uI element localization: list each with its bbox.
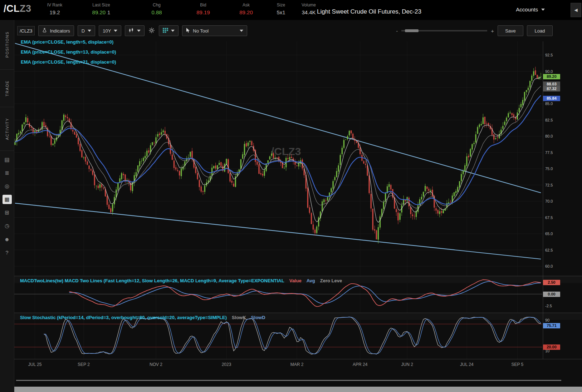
time-axis-label: MAR 2 bbox=[290, 362, 304, 367]
chart-area: /CLZ392.590.087.585.082.580.077.575.072.… bbox=[14, 20, 582, 392]
price-tick-label: 60.0 bbox=[545, 264, 553, 268]
markets-icon[interactable]: ▤ bbox=[3, 155, 12, 164]
load-button[interactable]: Load bbox=[527, 25, 553, 36]
timeframe-dropdown[interactable]: D bbox=[78, 25, 95, 36]
iv-rank-value: 19.2 bbox=[49, 9, 60, 15]
ask-field: Ask 89.20 bbox=[225, 3, 268, 15]
tools-icon[interactable]: ⊞ bbox=[3, 208, 12, 217]
chg-field: Chg 0.88 bbox=[132, 3, 182, 15]
price-tick-label: 82.5 bbox=[545, 118, 553, 122]
ema13-study-label[interactable]: EMA (price=CLOSE, length=13, displace=0) bbox=[21, 49, 116, 55]
indicators-button[interactable]: Indicators bbox=[38, 25, 74, 36]
community-icon[interactable]: ☻ bbox=[3, 234, 12, 244]
price-tick-label: 65.0 bbox=[545, 232, 553, 236]
symbol-title: /CLZ3 bbox=[4, 3, 31, 14]
stoch-tick-label: 10 bbox=[545, 349, 549, 353]
size-field: Size 5x1 bbox=[268, 3, 294, 15]
ema5-study-label[interactable]: EMA (price=CLOSE, length=5, displace=0) bbox=[21, 39, 113, 45]
last-size-field: Last Size 89.201 bbox=[71, 3, 132, 15]
trendline[interactable] bbox=[15, 203, 541, 259]
chart-watermark: /CLZ3 bbox=[271, 145, 301, 157]
zoom-out-button[interactable]: - bbox=[396, 28, 398, 34]
price-tick-label: 70.0 bbox=[545, 199, 553, 203]
price-tick-label: 67.5 bbox=[545, 215, 553, 220]
last-price-value: 89.20 bbox=[92, 9, 106, 15]
zoom-slider-thumb[interactable] bbox=[405, 29, 419, 32]
gear-icon bbox=[149, 28, 155, 34]
size-value: 5x1 bbox=[277, 9, 285, 15]
time-axis-label: JUN 2 bbox=[401, 362, 414, 367]
price-tick-label: 62.5 bbox=[545, 248, 553, 252]
symbol-input[interactable]: /CLZ3 bbox=[17, 26, 35, 35]
accounts-menu[interactable]: Accounts bbox=[516, 6, 545, 13]
header: /CLZ3 IV Rank 19.2 Last Size 89.201 Chg … bbox=[0, 0, 582, 20]
range-value: 10Y bbox=[103, 28, 111, 34]
quote-fields: IV Rank 19.2 Last Size 89.201 Chg 0.88 B… bbox=[39, 3, 323, 15]
help-icon[interactable]: ? bbox=[3, 248, 12, 257]
cursor-icon bbox=[186, 28, 190, 34]
last-size-value: 1 bbox=[107, 9, 110, 15]
contract-title: Light Sweet Crude Oil Futures, Dec-23 bbox=[317, 8, 421, 15]
indicators-label: Indicators bbox=[50, 28, 70, 34]
sidebar-icons: ▤ ≣ ◎ ▦ ⊞ ◷ ☻ ? bbox=[0, 155, 14, 257]
price-tick-label: 72.5 bbox=[545, 183, 553, 187]
trendline[interactable] bbox=[15, 43, 541, 193]
drawing-tool-dropdown[interactable]: No Tool bbox=[182, 25, 247, 36]
chevron-down-icon bbox=[88, 30, 91, 32]
chart-canvas[interactable]: /CLZ392.590.087.585.082.580.077.575.072.… bbox=[14, 20, 582, 392]
chevron-down-icon bbox=[240, 30, 243, 32]
bid-value: 89.19 bbox=[196, 9, 210, 15]
pattern-dropdown[interactable] bbox=[159, 25, 178, 36]
last-size-label: Last Size bbox=[92, 3, 110, 9]
charts-icon[interactable]: ▦ bbox=[3, 195, 12, 204]
pattern-grid-icon bbox=[163, 28, 168, 34]
size-label: Size bbox=[277, 3, 285, 9]
price-tick-label: 90.0 bbox=[545, 69, 553, 74]
scan-icon[interactable]: ◎ bbox=[3, 182, 12, 191]
price-tick-label: 92.5 bbox=[545, 53, 553, 57]
collapse-panel-button[interactable]: ◀ bbox=[571, 3, 581, 17]
sidebar-tab-activity[interactable]: ACTIVITY bbox=[0, 107, 14, 151]
chevron-down-icon bbox=[114, 30, 117, 32]
save-button[interactable]: Save bbox=[498, 25, 523, 36]
zoom-controls: - + bbox=[396, 28, 494, 34]
left-sidebar: POSITIONS TRADE ACTIVITY ▤ ≣ ◎ ▦ ⊞ ◷ ☻ ? bbox=[0, 20, 14, 392]
zoom-in-button[interactable]: + bbox=[491, 28, 494, 34]
time-axis-label: SEP 2 bbox=[78, 362, 90, 367]
price-tick-label: 87.5 bbox=[545, 85, 553, 90]
sidebar-tab-positions[interactable]: POSITIONS bbox=[0, 20, 14, 70]
chart-type-dropdown[interactable] bbox=[125, 25, 145, 36]
time-axis-label: APR 24 bbox=[353, 362, 368, 367]
stoch-tick-label: 90 bbox=[545, 318, 549, 322]
macd-study-label-row[interactable]: MACDTwoLines(tw) MACD Two Lines (Fast Le… bbox=[20, 278, 342, 283]
settings-button[interactable] bbox=[148, 25, 155, 36]
timeframe-value: D bbox=[82, 28, 85, 34]
sidebar-tab-activity-label: ACTIVITY bbox=[5, 118, 9, 140]
horizontal-scrollbar[interactable] bbox=[14, 387, 582, 392]
price-tick-label: 75.0 bbox=[545, 167, 553, 171]
sidebar-tab-trade-label: TRADE bbox=[5, 80, 9, 96]
ema21-study-label[interactable]: EMA (price=CLOSE, length=21, displace=0) bbox=[21, 59, 116, 65]
chg-value: 0.88 bbox=[151, 9, 162, 15]
time-axis-label: JUL 24 bbox=[460, 362, 474, 367]
macd-legend-value: Value bbox=[289, 278, 302, 283]
chart-toolbar: /CLZ3 Indicators D 10Y bbox=[17, 25, 582, 36]
iv-rank-label: IV Rank bbox=[47, 3, 63, 9]
history-icon[interactable]: ◷ bbox=[3, 221, 12, 230]
stoch-study-label-row[interactable]: Slow Stochastic (kPeriod=14, dPeriod=3, … bbox=[20, 315, 265, 320]
macd-legend-zero: Zero Leve bbox=[320, 278, 342, 283]
stoch-study-label: Slow Stochastic (kPeriod=14, dPeriod=3, … bbox=[20, 315, 227, 320]
price-tick-label: 77.5 bbox=[545, 150, 553, 155]
iv-rank-field: IV Rank 19.2 bbox=[39, 3, 71, 15]
ask-label: Ask bbox=[243, 3, 250, 9]
watchlist-icon[interactable]: ≣ bbox=[3, 168, 12, 178]
zoom-slider[interactable] bbox=[401, 30, 487, 31]
stoch-legend-slowd: SlowD bbox=[251, 315, 265, 320]
price-tick-label: 85.0 bbox=[545, 101, 553, 106]
sidebar-tab-trade[interactable]: TRADE bbox=[0, 70, 14, 107]
range-dropdown[interactable]: 10Y bbox=[99, 25, 121, 36]
time-axis-label: SEP 5 bbox=[511, 362, 523, 367]
collapse-left-icon: ◀ bbox=[574, 8, 577, 13]
bid-label: Bid bbox=[200, 3, 206, 9]
stoch-legend-slowk: SlowK bbox=[232, 315, 246, 320]
